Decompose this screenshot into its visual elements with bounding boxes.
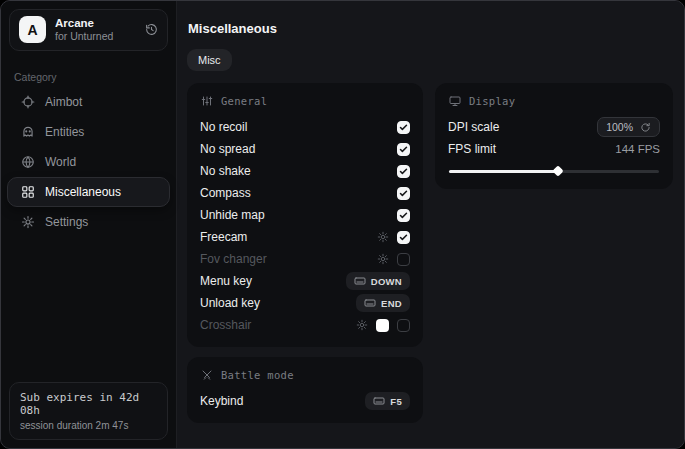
fps-limit-value: 144 FPS xyxy=(615,143,660,155)
setting-row: Menu key DOWN xyxy=(200,270,410,292)
sidebar-item-aimbot[interactable]: Aimbot xyxy=(7,87,170,117)
setting-row: FPS limit 144 FPS xyxy=(448,138,660,160)
setting-row: Unhide map xyxy=(200,204,410,226)
swords-icon xyxy=(201,369,213,381)
setting-row: No spread xyxy=(200,138,410,160)
keyboard-icon xyxy=(373,395,385,407)
card-title: Battle mode xyxy=(221,369,294,381)
setting-row: Crosshair xyxy=(200,314,410,336)
sidebar-item-label: Aimbot xyxy=(45,95,82,109)
page-title: Miscellaneous xyxy=(188,21,673,36)
card-title: General xyxy=(221,95,267,107)
crosshair-icon xyxy=(21,95,35,109)
dpi-scale-selector[interactable]: 100% xyxy=(597,117,660,137)
setting-row: Compass xyxy=(200,182,410,204)
setting-label: FPS limit xyxy=(448,142,496,156)
setting-label: No recoil xyxy=(200,120,247,134)
slider-fill xyxy=(449,170,558,173)
sidebar-item-label: World xyxy=(45,155,76,169)
keybind-value: DOWN xyxy=(371,276,402,287)
sliders-icon xyxy=(201,95,213,107)
setting-row: Keybind F5 xyxy=(200,390,410,412)
setting-label: Unhide map xyxy=(200,208,265,222)
setting-row: Unload key END xyxy=(200,292,410,314)
sidebar: A Arcane for Unturned Category xyxy=(1,1,177,448)
unhide-map-checkbox[interactable] xyxy=(397,209,410,222)
refresh-icon[interactable] xyxy=(640,122,651,133)
crosshair-checkbox[interactable] xyxy=(397,319,410,332)
tab-bar: Misc xyxy=(187,49,673,71)
keyboard-icon xyxy=(364,297,376,309)
no-spread-checkbox[interactable] xyxy=(397,143,410,156)
display-card: Display DPI scale 100% xyxy=(435,83,673,189)
sidebar-item-miscellaneous[interactable]: Miscellaneous xyxy=(7,177,170,207)
battle-mode-card: Battle mode Keybind F5 xyxy=(187,357,423,423)
slider-thumb[interactable] xyxy=(553,165,564,176)
fps-limit-slider[interactable] xyxy=(449,167,659,176)
unload-key-keybind[interactable]: END xyxy=(356,294,410,312)
fov-changer-checkbox[interactable] xyxy=(397,253,410,266)
sidebar-item-label: Settings xyxy=(45,215,88,229)
brand-card: A Arcane for Unturned xyxy=(9,9,168,51)
setting-row: Freecam xyxy=(200,226,410,248)
menu-key-keybind[interactable]: DOWN xyxy=(346,272,410,290)
setting-label: Menu key xyxy=(200,274,252,288)
setting-label: DPI scale xyxy=(448,120,499,134)
globe-icon xyxy=(21,155,35,169)
no-recoil-checkbox[interactable] xyxy=(397,121,410,134)
setting-row: Fov changer xyxy=(200,248,410,270)
setting-row: No shake xyxy=(200,160,410,182)
category-label: Category xyxy=(14,71,176,83)
dpi-scale-value: 100% xyxy=(606,121,633,133)
setting-row: DPI scale 100% xyxy=(448,116,660,138)
sidebar-item-label: Miscellaneous xyxy=(45,185,121,199)
no-shake-checkbox[interactable] xyxy=(397,165,410,178)
sidebar-item-settings[interactable]: Settings xyxy=(7,207,170,237)
tab-misc[interactable]: Misc xyxy=(187,49,232,71)
entities-icon xyxy=(21,125,35,139)
fov-changer-gear-icon[interactable] xyxy=(377,253,389,265)
sub-expiry-text: Sub expires in 42d 08h xyxy=(20,391,157,417)
setting-label: Freecam xyxy=(200,230,247,244)
gear-icon xyxy=(21,215,35,229)
category-nav: Aimbot Entities World xyxy=(1,87,176,237)
avatar: A xyxy=(19,16,46,43)
history-icon[interactable] xyxy=(145,23,158,36)
brand-subtitle: for Unturned xyxy=(55,30,136,43)
subscription-card: Sub expires in 42d 08h session duration … xyxy=(9,382,168,440)
sidebar-item-entities[interactable]: Entities xyxy=(7,117,170,147)
keyboard-icon xyxy=(354,275,366,287)
setting-label: Fov changer xyxy=(200,252,267,266)
grid-icon xyxy=(21,185,35,199)
sidebar-item-label: Entities xyxy=(45,125,84,139)
brand-name: Arcane xyxy=(55,16,136,30)
app-window: A Arcane for Unturned Category xyxy=(0,0,685,449)
freecam-gear-icon[interactable] xyxy=(377,231,389,243)
setting-label: Keybind xyxy=(200,394,243,408)
keybind-value: F5 xyxy=(390,396,402,407)
setting-label: Crosshair xyxy=(200,318,251,332)
keybind-value: END xyxy=(381,298,402,309)
crosshair-color-swatch[interactable] xyxy=(376,319,389,332)
battle-keybind[interactable]: F5 xyxy=(365,392,410,410)
session-duration-text: session duration 2m 47s xyxy=(20,420,157,431)
general-card: General No recoil No spread No shake xyxy=(187,83,423,347)
monitor-icon xyxy=(449,95,461,107)
setting-label: Compass xyxy=(200,186,251,200)
setting-label: Unload key xyxy=(200,296,260,310)
compass-checkbox[interactable] xyxy=(397,187,410,200)
setting-label: No spread xyxy=(200,142,255,156)
setting-row: No recoil xyxy=(200,116,410,138)
main-panel: Miscellaneous Misc General xyxy=(177,1,685,448)
card-title: Display xyxy=(469,95,515,107)
setting-label: No shake xyxy=(200,164,251,178)
sidebar-item-world[interactable]: World xyxy=(7,147,170,177)
crosshair-gear-icon[interactable] xyxy=(356,319,368,331)
freecam-checkbox[interactable] xyxy=(397,231,410,244)
